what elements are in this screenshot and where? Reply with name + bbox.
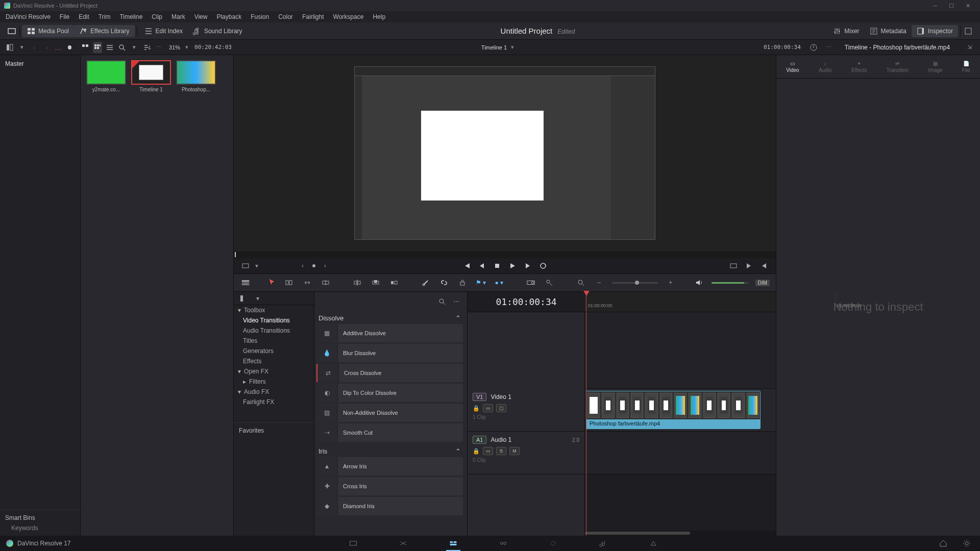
fx-titles[interactable]: Titles bbox=[234, 336, 314, 346]
fx-blur-dissolve[interactable]: 💧Blur Dissolve bbox=[316, 344, 463, 362]
overwrite-clip-icon[interactable] bbox=[370, 277, 381, 288]
bypass-fx-icon[interactable] bbox=[808, 42, 819, 53]
flag-icon[interactable]: ⚑ ▾ bbox=[475, 277, 486, 288]
search-icon[interactable] bbox=[117, 42, 127, 53]
fx-cross-dissolve[interactable]: ⇄Cross Dissolve bbox=[316, 364, 463, 382]
fx-smooth-cut[interactable]: ⇢Smooth Cut bbox=[316, 423, 463, 442]
prev-frame-button[interactable] bbox=[476, 260, 487, 271]
blade-edit-icon[interactable] bbox=[420, 277, 431, 288]
prev-edit-icon[interactable]: ‹ bbox=[297, 260, 308, 271]
stop-button[interactable] bbox=[492, 260, 503, 271]
timeline-name[interactable]: Timeline 1 bbox=[481, 44, 507, 51]
blade-tool-icon[interactable] bbox=[320, 277, 331, 288]
close-button[interactable]: ✕ bbox=[960, 1, 976, 10]
mute-button[interactable]: M bbox=[509, 447, 520, 455]
fx-generators[interactable]: Generators bbox=[234, 346, 314, 356]
lock-icon[interactable]: 🔒 bbox=[473, 405, 480, 412]
master-bin[interactable]: Master bbox=[5, 59, 75, 68]
sort-icon[interactable] bbox=[142, 42, 152, 53]
viewer-mode-dropdown-icon[interactable]: ▾ bbox=[255, 262, 258, 269]
fx-search-icon[interactable] bbox=[436, 296, 448, 307]
collapse-icon[interactable]: ⌃ bbox=[455, 447, 461, 455]
fx-layout-icon[interactable] bbox=[238, 293, 249, 304]
video-clip[interactable]: Photoshop farbverläufe.mp4 bbox=[586, 391, 761, 429]
loop-button[interactable] bbox=[537, 260, 549, 271]
edit-index-button[interactable]: Edit Index bbox=[139, 25, 188, 37]
menu-mark[interactable]: Mark bbox=[167, 13, 190, 20]
v1-badge[interactable]: V1 bbox=[473, 393, 486, 401]
solo-button[interactable]: S bbox=[496, 447, 506, 455]
project-settings-button[interactable] bbox=[960, 538, 974, 549]
fx-cross-iris[interactable]: ✚Cross Iris bbox=[316, 477, 463, 495]
timeline-timecode[interactable]: 01:00:00:34 bbox=[468, 296, 585, 307]
inspector-tab-transition[interactable]: ⇄Transition bbox=[887, 61, 909, 73]
fairlight-page-button[interactable] bbox=[596, 538, 610, 549]
a1-badge[interactable]: A1 bbox=[473, 436, 486, 444]
media-pool-button[interactable]: Media Pool bbox=[22, 25, 74, 37]
menu-trim[interactable]: Trim bbox=[94, 13, 115, 20]
mixer-button[interactable]: Mixer bbox=[828, 25, 864, 37]
viewer-timecode[interactable]: 01:00:00:34 bbox=[761, 44, 804, 51]
fx-cat-dissolve[interactable]: Dissolve⌃ bbox=[316, 310, 463, 324]
fx-filters[interactable]: ▸Filters bbox=[234, 377, 314, 387]
inspector-tab-image[interactable]: ▦Image bbox=[928, 61, 943, 73]
timeline-tracks[interactable]: Photoshop farbverläufe.mp4 bbox=[585, 312, 776, 536]
effects-library-button[interactable]: Effects Library bbox=[74, 25, 134, 37]
viewer-scrubber[interactable] bbox=[234, 251, 776, 258]
cut-page-button[interactable] bbox=[396, 538, 410, 549]
inspector-tab-video[interactable]: ▭Video bbox=[786, 61, 799, 73]
keywords-bin[interactable]: Keywords bbox=[5, 524, 75, 532]
go-start-icon[interactable] bbox=[758, 260, 770, 271]
fx-arrow-iris[interactable]: ▲Arrow Iris bbox=[316, 457, 463, 475]
grid-view-icon[interactable] bbox=[93, 42, 102, 53]
link-icon[interactable] bbox=[438, 277, 450, 288]
metadata-button[interactable]: Metadata bbox=[865, 25, 912, 37]
viewer-zoom[interactable]: 31% bbox=[167, 44, 182, 51]
fx-audio-transitions[interactable]: Audio Transitions bbox=[234, 325, 314, 336]
sound-library-button[interactable]: Sound Library bbox=[188, 25, 248, 37]
snapping-icon[interactable] bbox=[525, 277, 536, 288]
fullscreen-viewer-icon[interactable] bbox=[6, 26, 17, 37]
viewer-stage[interactable] bbox=[234, 55, 776, 251]
menu-playback[interactable]: Playback bbox=[212, 13, 246, 20]
edit-page-button[interactable] bbox=[446, 538, 460, 549]
playhead-line[interactable] bbox=[586, 312, 586, 536]
fx-favorites[interactable]: Favorites bbox=[234, 422, 314, 438]
auto-select-icon[interactable]: ▭ bbox=[483, 404, 493, 412]
expand-inspector-icon[interactable] bbox=[963, 26, 974, 37]
insert-clip-icon[interactable] bbox=[352, 277, 363, 288]
inspector-tab-audio[interactable]: ♪Audio bbox=[819, 61, 832, 73]
track-enable-icon[interactable]: ▢ bbox=[496, 404, 506, 412]
audio-track-header[interactable]: A1 Audio 1 2.0 🔒 ▭ S M 0 Cl bbox=[468, 432, 584, 474]
nav-fwd-icon[interactable]: › bbox=[42, 42, 52, 53]
deliver-page-button[interactable] bbox=[646, 538, 660, 549]
selection-tool-icon[interactable] bbox=[268, 278, 276, 288]
go-end-icon[interactable] bbox=[743, 260, 754, 271]
marker-icon[interactable]: ● ▾ bbox=[494, 277, 505, 288]
nav-back-icon[interactable]: ‹ bbox=[30, 42, 39, 53]
next-frame-button[interactable] bbox=[522, 260, 533, 271]
monitor-volume-icon[interactable] bbox=[693, 277, 704, 288]
inspector-expand-icon[interactable]: ⇲ bbox=[964, 42, 975, 53]
timeline-view-options-icon[interactable] bbox=[240, 277, 251, 288]
menu-timeline[interactable]: Timeline bbox=[115, 13, 147, 20]
match-frame-icon[interactable] bbox=[728, 260, 739, 271]
zoom-in-icon[interactable]: + bbox=[665, 277, 676, 288]
fx-audio-fx[interactable]: ▾Audio FX bbox=[234, 387, 314, 397]
video-track-header[interactable]: V1 Video 1 🔒 ▭ ▢ 1 Clip bbox=[468, 389, 584, 432]
list-view-icon[interactable] bbox=[105, 42, 114, 53]
menu-fairlight[interactable]: Fairlight bbox=[298, 13, 329, 20]
pool-options-icon[interactable]: ⋯ bbox=[155, 42, 164, 53]
media-clip-timeline1[interactable]: Timeline 1 bbox=[131, 60, 172, 92]
menu-color[interactable]: Color bbox=[274, 13, 298, 20]
inspector-tab-effects[interactable]: ✦Effects bbox=[851, 61, 867, 73]
collapse-icon[interactable]: ⌃ bbox=[455, 314, 461, 322]
fx-dropdown-icon[interactable]: ▾ bbox=[252, 293, 263, 304]
fx-diamond-iris[interactable]: ◆Diamond Iris bbox=[316, 497, 463, 515]
color-page-button[interactable] bbox=[546, 538, 560, 549]
position-lock-icon[interactable] bbox=[457, 277, 468, 288]
pool-layout-icon[interactable] bbox=[5, 42, 14, 53]
menu-help[interactable]: Help bbox=[368, 13, 390, 20]
fx-effects[interactable]: Effects bbox=[234, 356, 314, 366]
menu-edit[interactable]: Edit bbox=[74, 13, 94, 20]
